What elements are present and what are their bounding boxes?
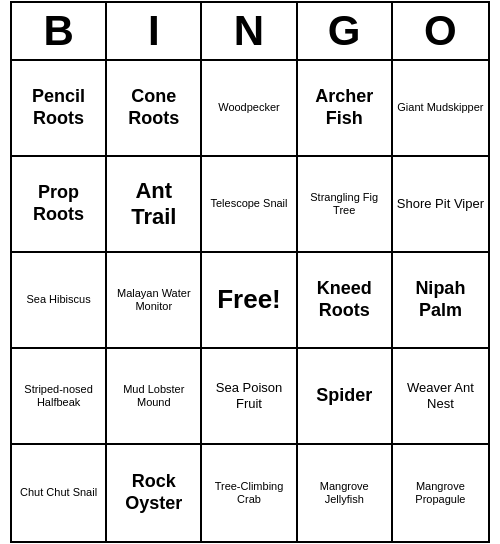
bingo-cell: Spider [298,349,393,445]
cell-text: Cone Roots [111,86,196,129]
bingo-cell: Mud Lobster Mound [107,349,202,445]
cell-text: Free! [217,284,281,315]
bingo-cell: Woodpecker [202,61,297,157]
bingo-cell: Cone Roots [107,61,202,157]
bingo-cell: Sea Poison Fruit [202,349,297,445]
cell-text: Mangrove Propagule [397,480,484,506]
bingo-cell: Telescope Snail [202,157,297,253]
bingo-card: BINGO Pencil RootsCone RootsWoodpeckerAr… [10,1,490,543]
cell-text: Malayan Water Monitor [111,287,196,313]
bingo-cell: Mangrove Jellyfish [298,445,393,541]
bingo-header: BINGO [12,3,488,61]
cell-text: Weaver Ant Nest [397,380,484,411]
bingo-cell: Striped-nosed Halfbeak [12,349,107,445]
cell-text: Pencil Roots [16,86,101,129]
cell-text: Rock Oyster [111,471,196,514]
cell-text: Ant Trail [111,178,196,231]
bingo-cell: Giant Mudskipper [393,61,488,157]
cell-text: Woodpecker [218,101,280,114]
cell-text: Strangling Fig Tree [302,191,387,217]
cell-text: Shore Pit Viper [397,196,484,212]
cell-text: Prop Roots [16,182,101,225]
bingo-cell: Ant Trail [107,157,202,253]
cell-text: Spider [316,385,372,407]
bingo-cell: Sea Hibiscus [12,253,107,349]
cell-text: Telescope Snail [210,197,287,210]
cell-text: Sea Hibiscus [26,293,90,306]
cell-text: Striped-nosed Halfbeak [16,383,101,409]
bingo-cell: Kneed Roots [298,253,393,349]
cell-text: Archer Fish [302,86,387,129]
bingo-cell: Nipah Palm [393,253,488,349]
bingo-cell: Rock Oyster [107,445,202,541]
cell-text: Mud Lobster Mound [111,383,196,409]
header-letter: G [298,3,393,59]
cell-text: Chut Chut Snail [20,486,97,499]
cell-text: Nipah Palm [397,278,484,321]
header-letter: N [202,3,297,59]
bingo-cell: Prop Roots [12,157,107,253]
cell-text: Tree-Climbing Crab [206,480,291,506]
bingo-cell: Free! [202,253,297,349]
cell-text: Kneed Roots [302,278,387,321]
bingo-cell: Strangling Fig Tree [298,157,393,253]
header-letter: B [12,3,107,59]
header-letter: I [107,3,202,59]
bingo-cell: Weaver Ant Nest [393,349,488,445]
bingo-cell: Chut Chut Snail [12,445,107,541]
bingo-cell: Archer Fish [298,61,393,157]
bingo-grid: Pencil RootsCone RootsWoodpeckerArcher F… [12,61,488,541]
cell-text: Mangrove Jellyfish [302,480,387,506]
bingo-cell: Tree-Climbing Crab [202,445,297,541]
bingo-cell: Mangrove Propagule [393,445,488,541]
bingo-cell: Malayan Water Monitor [107,253,202,349]
header-letter: O [393,3,488,59]
bingo-cell: Pencil Roots [12,61,107,157]
cell-text: Giant Mudskipper [397,101,483,114]
cell-text: Sea Poison Fruit [206,380,291,411]
bingo-cell: Shore Pit Viper [393,157,488,253]
